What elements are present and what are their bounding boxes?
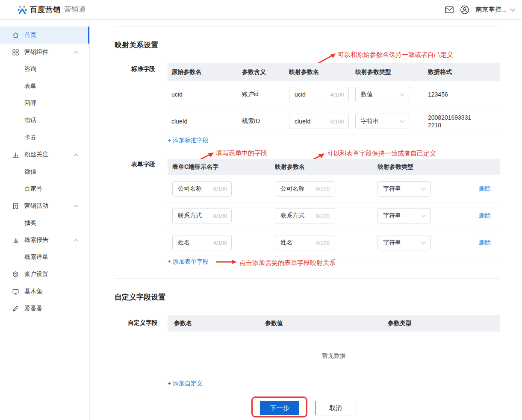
mapped-name-input-wrap: 4/100 [275, 235, 334, 250]
delete-row-link[interactable]: 删除 [479, 212, 491, 219]
user-name: 南京掌控... [475, 6, 507, 14]
mapped-name-input[interactable] [289, 114, 348, 129]
sidebar-item-aifanfan[interactable]: 爱番番 [0, 300, 89, 317]
sidebar-item-form[interactable]: 表单 [0, 78, 89, 95]
mapped-name-input-wrap: 8/100 [275, 181, 334, 197]
sidebar-item-fans[interactable]: 粉丝关注 [0, 146, 89, 163]
custom-table-header: 参数名 参数值 参数类型 [168, 315, 500, 332]
sidebar-item-label: 基木鱼 [24, 288, 42, 295]
chevron-up-icon [74, 205, 78, 209]
display-name-input[interactable] [173, 209, 231, 223]
red-arrow-4 [216, 259, 238, 265]
top-divider [115, 26, 500, 26]
standard-fields-label: 标准字段 [131, 65, 155, 73]
mapped-name-input[interactable] [275, 182, 334, 196]
sidebar-item-campaign[interactable]: 营销活动 [0, 197, 89, 214]
col-header: 映射参数类型 [351, 68, 424, 76]
brand-logo[interactable]: 百度营销 营销通 [17, 5, 86, 15]
sidebar-item-account-settings[interactable]: 账户设置 [0, 266, 89, 283]
sidebar-item-label: 营销组件 [24, 48, 48, 56]
custom-fields-label: 自定义字段 [128, 319, 158, 327]
top-header: 百度营销 营销通 南京掌控... [0, 0, 522, 20]
add-standard-field-link[interactable]: + 添加标准字段 [168, 137, 209, 144]
sidebar-item-callback[interactable]: 回呼 [0, 95, 89, 112]
select-value: 数值 [361, 91, 373, 98]
col-header: 数据格式 [424, 68, 500, 76]
param-type-select[interactable]: 字符串 [377, 235, 431, 250]
section-title-mapping: 映射关系设置 [115, 40, 158, 50]
sidebar-item-jimuyu[interactable]: 基木鱼 [0, 283, 89, 300]
display-name-input-wrap: 8/100 [172, 181, 232, 197]
sidebar-item-coupon[interactable]: 卡券 [0, 129, 89, 146]
mapped-name-input[interactable] [275, 235, 334, 250]
sidebar-nav: 首页 营销组件 咨询 表单 回呼 电话 卡券 粉丝关注 微信 百家号 营销活动 … [0, 20, 90, 420]
orig-param-name: clueId [168, 118, 238, 125]
col-header: 映射参数名 [270, 163, 373, 171]
sidebar-item-marketing-components[interactable]: 营销组件 [0, 44, 89, 61]
delete-row-link[interactable]: 删除 [479, 185, 491, 192]
next-step-button[interactable]: 下一步 [260, 401, 299, 415]
param-type-select[interactable]: 数值 [355, 87, 409, 102]
annotation-add-form-field: 点击添加需要的表单字段映射关系 [239, 259, 336, 267]
col-header: 参数含义 [238, 68, 285, 76]
sidebar-item-label: 百家号 [24, 185, 42, 193]
sidebar-item-phone[interactable]: 电话 [0, 112, 89, 129]
sidebar-item-baijiahao[interactable]: 百家号 [0, 180, 89, 197]
grid-icon [12, 48, 20, 56]
chevron-up-icon [74, 239, 78, 243]
empty-data-text: 暂无数据 [168, 352, 500, 360]
sidebar-item-label: 首页 [24, 31, 36, 39]
sidebar-item-label: 微信 [24, 168, 36, 176]
sidebar-item-home[interactable]: 首页 [0, 26, 89, 44]
sidebar-item-label: 账户设置 [24, 270, 48, 278]
monitor-icon [12, 288, 20, 295]
col-header: 映射参数类型 [373, 163, 467, 171]
mapped-name-input[interactable] [289, 87, 348, 102]
sidebar-item-label: 抽奖 [24, 219, 36, 227]
annotation-form-mapped-name: 可以和表单字段保持一致或者自己定义 [327, 150, 436, 158]
sidebar-item-label: 营销活动 [24, 202, 48, 210]
avatar-icon[interactable] [460, 5, 469, 15]
sidebar-item-lottery[interactable]: 抽奖 [0, 214, 89, 232]
brand-name: 百度营销 [30, 5, 61, 15]
annotation-form-field: 填写表单中的字段 [216, 149, 267, 157]
section-divider [115, 278, 500, 279]
sidebar-item-label: 咨询 [24, 65, 36, 73]
mapped-name-input[interactable] [275, 209, 334, 223]
chevron-down-icon [400, 119, 404, 123]
sidebar-item-lead-detail[interactable]: 线索详单 [0, 249, 89, 266]
display-name-input[interactable] [173, 182, 231, 196]
bar-chart-icon [12, 236, 20, 244]
col-header: 表单C端显示名字 [168, 163, 270, 171]
param-type-select[interactable]: 字符串 [355, 114, 409, 129]
sidebar-item-lead-report[interactable]: 线索报告 [0, 232, 89, 249]
add-custom-field-link[interactable]: + 添加自定义 [168, 380, 203, 388]
sidebar-item-label: 卡券 [24, 134, 36, 141]
annotation-mapped-name: 可以和原始参数名保持一致或者自己定义 [338, 51, 453, 59]
main-content: 映射关系设置 可以和原始参数名保持一致或者自己定义 标准字段 原始参数名 参数含… [90, 20, 522, 420]
add-form-field-link[interactable]: + 添加表单字段 [168, 258, 209, 266]
param-type-select[interactable]: 字符串 [377, 181, 431, 197]
display-name-input[interactable] [173, 235, 231, 250]
sidebar-item-wechat[interactable]: 微信 [0, 163, 89, 180]
user-menu[interactable]: 南京掌控... [475, 6, 514, 14]
sidebar-item-consult[interactable]: 咨询 [0, 61, 89, 78]
param-type-select[interactable]: 字符串 [377, 208, 431, 223]
home-icon [12, 31, 20, 39]
param-meaning: 线索ID [238, 117, 285, 125]
form-table-row: 4/100 4/100 字符串 删除 [168, 229, 500, 256]
orig-param-name: ucid [168, 91, 238, 98]
chevron-down-icon [422, 240, 426, 244]
sidebar-item-label: 线索报告 [24, 236, 48, 244]
col-header: 原始参数名 [168, 68, 238, 76]
chevron-down-icon [400, 92, 404, 96]
cancel-button[interactable]: 取消 [315, 401, 356, 415]
sidebar-item-label: 回呼 [24, 100, 36, 107]
mail-icon[interactable] [445, 5, 454, 15]
pen-icon [12, 305, 20, 312]
mapped-name-input-wrap: 8/100 [275, 208, 334, 223]
standard-table-row: clueId 线索ID 6/100 字符串 20082016933312218 [168, 108, 500, 135]
delete-row-link[interactable]: 删除 [479, 239, 491, 246]
data-format: 123456 [424, 91, 500, 98]
select-value: 字符串 [383, 185, 401, 193]
